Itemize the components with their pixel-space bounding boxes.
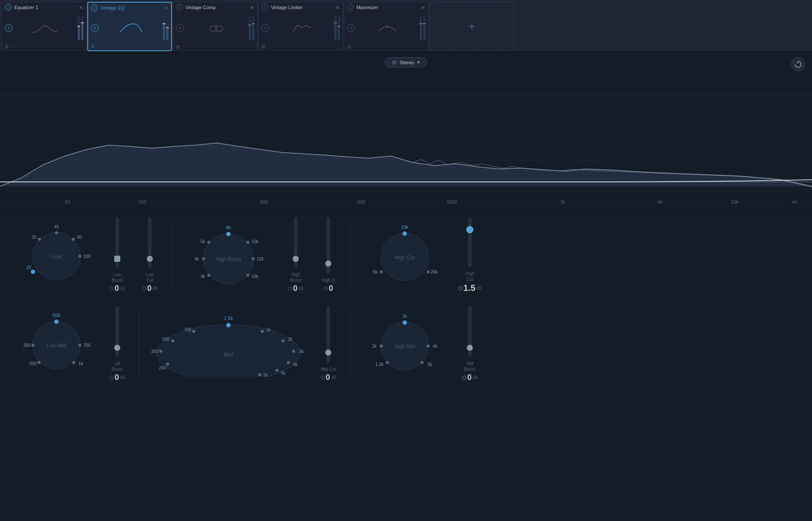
dots-vlim: ⋯ <box>269 44 273 49</box>
high-mid-dial-svg[interactable]: High-Mid 3k 2k 4k 1.5k 5k <box>366 310 444 376</box>
svg-text:3k: 3k <box>299 349 304 354</box>
plugin-slot-maximizer[interactable]: ⓘ Maximizer ✕ S <box>344 2 429 51</box>
plugin-slot-equalizer1[interactable]: ⓘ Equalizer 1 ✕ S ☰ <box>2 2 86 51</box>
svg-text:60: 60 <box>77 235 82 240</box>
hm-boost-value: 0 <box>467 373 472 382</box>
svg-point-93 <box>421 361 424 364</box>
svg-point-19 <box>79 255 82 258</box>
svg-point-79 <box>276 369 279 372</box>
high-cut-dial-svg[interactable]: High Cut 10k 5k 20k <box>366 221 444 287</box>
hm-boost-dot[interactable] <box>462 376 466 380</box>
high-boost-value: 0 <box>293 284 297 293</box>
spectrum-area: ◎ Stereo ▾ <box>0 52 812 195</box>
reset-button[interactable] <box>791 57 805 71</box>
low-boost-fader[interactable]: LowBoost 0 dB <box>102 213 132 295</box>
high-mid-dial-section: High-Mid 3k 2k 4k 1.5k 5k <box>357 302 452 384</box>
close-btn-vlim[interactable]: ✕ <box>335 5 340 10</box>
low-mid-dial-svg[interactable]: Low-Mid 500 300 700 200 1k <box>22 310 91 376</box>
mid-cut-dot[interactable] <box>320 376 325 380</box>
svg-point-53 <box>79 344 82 347</box>
power-btn-eq1[interactable]: ⓘ <box>5 4 12 11</box>
close-btn-vcomp[interactable]: ✕ <box>250 5 254 10</box>
svg-text:500: 500 <box>53 313 60 318</box>
plugin-name-vlim: Vintage Limiter <box>271 5 333 10</box>
svg-point-73 <box>282 339 285 342</box>
high-cut-fader[interactable]: HighCut 1.5 dB <box>455 213 485 295</box>
svg-point-85 <box>403 320 407 325</box>
s-btn-vcomp[interactable]: S <box>176 24 184 32</box>
s-btn-eq1[interactable]: S <box>5 24 13 32</box>
power-btn-max[interactable]: ⓘ <box>347 4 354 11</box>
add-plugin-slot[interactable]: + <box>429 2 514 51</box>
svg-point-89 <box>427 345 430 348</box>
dots-eq1: ⋯ <box>12 44 17 49</box>
svg-text:1.5k: 1.5k <box>376 362 384 367</box>
mid-cut-fader[interactable]: Mid Cut 0 dB <box>313 302 343 384</box>
svg-text:5k: 5k <box>373 270 378 274</box>
svg-point-41 <box>403 231 407 236</box>
svg-point-69 <box>166 363 169 366</box>
menu-icon-vcomp: ☰ <box>176 44 180 49</box>
high-boost-dot[interactable] <box>288 287 292 291</box>
svg-point-29 <box>202 257 205 260</box>
plugin-chain: ⓘ Equalizer 1 ✕ S ☰ <box>0 0 812 52</box>
svg-text:4k: 4k <box>195 257 200 261</box>
lm-boost-dot[interactable] <box>109 376 114 380</box>
high-boost-fader[interactable]: HighBoost 0 dB <box>281 213 311 295</box>
power-btn-vlim[interactable]: ⓘ <box>261 4 268 11</box>
svg-point-71 <box>261 330 264 333</box>
close-btn-veq[interactable]: ✕ <box>164 5 168 11</box>
low-boost-dot[interactable] <box>109 287 114 291</box>
menu-icon-vlim: ☰ <box>261 44 265 49</box>
plugin-thumb-eq1 <box>15 22 75 35</box>
s-btn-vlim[interactable]: S <box>261 24 269 32</box>
low-cut-label: LowCut <box>142 272 158 283</box>
lm-boost-fader[interactable]: LMBoost 0 dB <box>102 302 132 384</box>
plugin-slot-vintage-limiter[interactable]: ⓘ Vintage Limiter ✕ S <box>258 2 343 51</box>
high-boost-dial-svg[interactable]: High Boost 8k 5k 4k 3k 10k 12k <box>187 221 270 288</box>
divider-1 <box>172 221 172 287</box>
high-cut-dot[interactable] <box>458 286 462 290</box>
lm-boost-value: 0 <box>115 373 119 382</box>
svg-point-51 <box>32 344 35 347</box>
svg-text:8k: 8k <box>226 225 231 230</box>
svg-point-55 <box>38 361 41 364</box>
close-btn-eq1[interactable]: ✕ <box>79 5 83 10</box>
plugin-name-eq1: Equalizer 1 <box>14 5 76 10</box>
freq-axis: 60 100 300 600 1000 3k 6k 10k Hz <box>0 195 812 208</box>
close-btn-max[interactable]: ✕ <box>421 5 426 10</box>
plugin-slot-vintage-comp[interactable]: ⓘ Vintage Comp ✕ S <box>173 2 257 51</box>
svg-point-61 <box>226 323 231 327</box>
low-dial-svg[interactable]: Low 45 30 60 100 20 <box>22 221 91 287</box>
svg-text:20k: 20k <box>431 270 438 274</box>
divider-4 <box>350 310 350 376</box>
svg-point-49 <box>54 320 59 324</box>
svg-text:4k: 4k <box>293 362 298 367</box>
svg-text:300: 300 <box>23 343 31 348</box>
menu-icon-veq: ☰ <box>91 44 95 49</box>
svg-text:7k: 7k <box>263 373 268 377</box>
high-q-dot[interactable] <box>323 287 328 291</box>
svg-point-81 <box>258 373 261 376</box>
svg-text:3k: 3k <box>402 313 407 319</box>
svg-point-21 <box>31 270 35 274</box>
s-btn-veq[interactable]: S <box>91 24 99 32</box>
power-btn-vcomp[interactable]: ⓘ <box>176 4 183 11</box>
high-boost-label: HighBoost <box>288 272 304 283</box>
dots-max: ⋯ <box>354 44 359 49</box>
mid-dial-section: Mid 1.5k 700 500 300 200 1k <box>146 302 311 384</box>
divider-2 <box>350 221 350 287</box>
low-cut-fader[interactable]: LowCut 0 dB <box>135 213 165 295</box>
plugin-slot-vintage-eq[interactable]: ⓘ Vintage EQ ✕ S ☰ <box>87 2 172 51</box>
svg-text:700: 700 <box>184 327 191 332</box>
low-cut-dot[interactable] <box>142 287 146 291</box>
high-q-fader[interactable]: High Q 0 <box>313 213 343 295</box>
plugin-thumb-vcomp <box>186 22 246 35</box>
s-btn-max[interactable]: S <box>347 24 355 32</box>
hm-boost-fader[interactable]: HMBoost 0 dB <box>455 302 485 384</box>
power-btn-veq[interactable]: ⓘ <box>91 4 98 11</box>
svg-point-57 <box>73 361 76 364</box>
mid-dial-svg[interactable]: Mid 1.5k 700 500 300 200 1k <box>150 310 307 377</box>
freq-label-1000: 1000 <box>447 199 457 204</box>
stereo-select[interactable]: ◎ Stereo ▾ <box>385 57 427 67</box>
